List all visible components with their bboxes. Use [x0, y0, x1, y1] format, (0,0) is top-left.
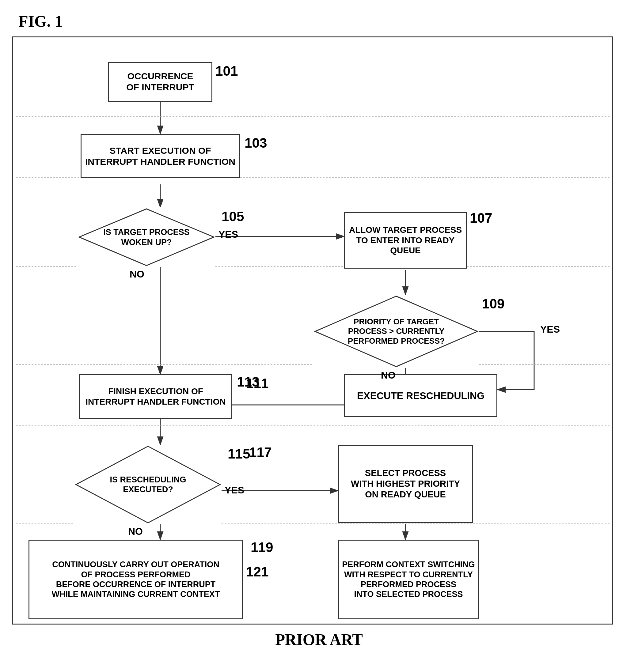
node-103: START EXECUTION OF INTERRUPT HANDLER FUN…	[81, 134, 240, 178]
node-115: IS RESCHEDULINGEXECUTED?	[74, 445, 221, 524]
no-109: NO	[381, 370, 396, 381]
ref-119: 119	[251, 540, 273, 555]
page: FIG. 1	[0, 0, 638, 672]
ref-113: 113	[237, 374, 259, 390]
diagram-area: OCCURRENCE OF INTERRUPT 101 START EXECUT…	[12, 36, 613, 624]
yes-109: YES	[540, 324, 560, 335]
yes-105: YES	[218, 229, 238, 240]
node-113: FINISH EXECUTION OF INTERRUPT HANDLER FU…	[79, 374, 232, 419]
node-121: CONTINUOUSLY CARRY OUT OPERATION OF PROC…	[29, 540, 243, 619]
ref-103: 103	[245, 135, 267, 151]
node-109: PRIORITY OF TARGETPROCESS > CURRENTLYPER…	[314, 295, 479, 368]
node-117: SELECT PROCESS WITH HIGHEST PRIORITY ON …	[338, 445, 473, 523]
node-101: OCCURRENCE OF INTERRUPT	[108, 62, 212, 102]
no-115: NO	[128, 526, 143, 537]
arrows-svg	[13, 37, 613, 624]
ref-109: 109	[482, 296, 504, 311]
ref-107: 107	[470, 210, 492, 226]
ref-105: 105	[221, 209, 244, 224]
yes-115: YES	[224, 485, 244, 496]
node-105: IS TARGET PROCESSWOKEN UP?	[78, 207, 215, 267]
ref-121: 121	[246, 564, 268, 580]
ref-117: 117	[249, 445, 271, 460]
node-107: ALLOW TARGET PROCESS TO ENTER INTO READY…	[344, 212, 467, 269]
no-105: NO	[130, 269, 144, 280]
ref-115: 115	[228, 446, 250, 462]
node-111: EXECUTE RESCHEDULING	[344, 374, 497, 417]
prior-art-label: PRIOR ART	[12, 631, 626, 649]
figure-label: FIG. 1	[18, 12, 626, 30]
ref-101: 101	[215, 64, 238, 79]
node-119: PERFORM CONTEXT SWITCHING WITH RESPECT T…	[338, 540, 479, 619]
